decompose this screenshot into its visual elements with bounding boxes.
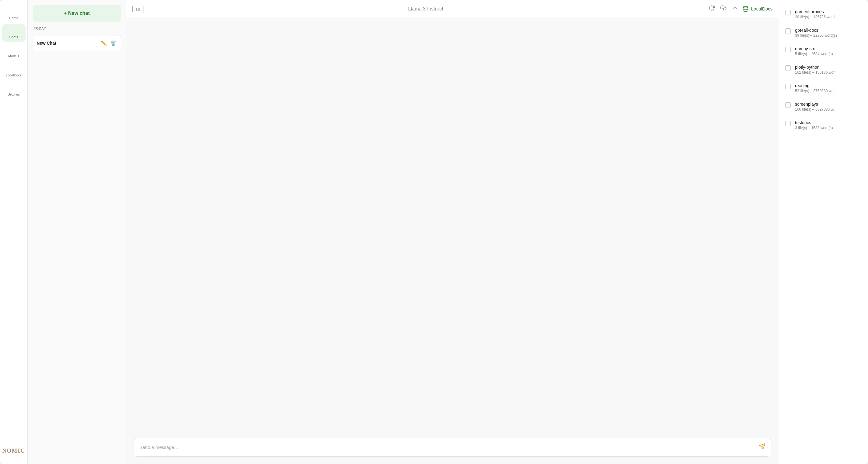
localdocs-item[interactable]: numpy-src 5 file(s) – 2684 word(s): [779, 42, 868, 60]
send-icon: [759, 443, 766, 450]
expand-button[interactable]: [731, 4, 739, 13]
localdocs-checkbox[interactable]: [785, 102, 791, 108]
app-window: Home Chats Models: [0, 0, 868, 464]
message-input[interactable]: [140, 444, 755, 450]
localdocs-item-meta: 39 file(s) – 22250 word(s): [795, 33, 862, 37]
localdocs-item-meta: 20 file(s) – 135726 word...: [795, 15, 862, 19]
upload-button[interactable]: [720, 4, 727, 13]
models-label: Models: [8, 54, 19, 58]
localdocs-header-label: LocalDocs: [751, 6, 773, 11]
localdocs-item[interactable]: gpt4all-docs 39 file(s) – 22250 word(s): [779, 23, 868, 42]
svg-point-8: [743, 6, 748, 8]
message-input-wrapper: [133, 438, 771, 457]
localdocs-item-name: reading: [795, 83, 862, 88]
sidebar-item-models[interactable]: Models: [2, 43, 26, 61]
sidebar-toggle-button[interactable]: ▥: [132, 5, 144, 13]
localdocs-checkbox[interactable]: [785, 10, 791, 16]
nav-sidebar: Home Chats Models: [0, 0, 28, 464]
localdocs-info: gpt4all-docs 39 file(s) – 22250 word(s): [795, 28, 862, 37]
send-button[interactable]: [759, 443, 766, 452]
chat-list: New Chat ✏️ 🗑️: [33, 35, 121, 51]
chat-panel: + New chat TODAY New Chat ✏️ 🗑️: [28, 0, 126, 464]
localdocs-item[interactable]: testdocs 3 file(s) – 1588 word(s): [779, 116, 868, 134]
today-section-label: TODAY: [33, 27, 121, 30]
localdocs-button[interactable]: LocalDocs: [742, 6, 773, 12]
sidebar-item-settings[interactable]: Settings: [2, 81, 26, 99]
message-input-container: [126, 433, 779, 464]
localdocs-nav-label: LocalDocs: [6, 73, 22, 77]
localdocs-checkbox[interactable]: [785, 121, 791, 126]
sidebar-item-localdocs[interactable]: LocalDocs: [2, 62, 26, 80]
localdocs-item-name: gameofthrones: [795, 9, 862, 14]
localdocs-panel: gameofthrones 20 file(s) – 135726 word..…: [779, 0, 868, 464]
localdocs-info: plotly-python 162 file(s) – 156186 wor..…: [795, 65, 862, 75]
upload-icon: [720, 5, 726, 11]
localdocs-item-name: gpt4all-docs: [795, 28, 862, 33]
localdocs-item[interactable]: screenplays 160 file(s) – 3827886 w...: [779, 97, 868, 116]
localdocs-info: numpy-src 5 file(s) – 2684 word(s): [795, 46, 862, 56]
localdocs-info: screenplays 160 file(s) – 3827886 w...: [795, 102, 862, 112]
localdocs-info: reading 52 file(s) – 3760380 wor...: [795, 83, 862, 93]
settings-label: Settings: [8, 92, 20, 96]
new-chat-button[interactable]: + New chat: [33, 5, 121, 22]
localdocs-item-name: screenplays: [795, 102, 862, 107]
localdocs-checkbox[interactable]: [785, 84, 791, 89]
localdocs-item-name: plotly-python: [795, 65, 862, 69]
nomic-logo: NOMIC: [0, 443, 30, 459]
localdocs-item-meta: 5 file(s) – 2684 word(s): [795, 52, 862, 56]
model-name-label: Llama 3 Instruct: [147, 6, 704, 12]
localdocs-info: testdocs 3 file(s) – 1588 word(s): [795, 120, 862, 130]
sidebar-item-home[interactable]: Home: [2, 5, 26, 23]
localdocs-checkbox[interactable]: [785, 28, 791, 34]
localdocs-item[interactable]: reading 52 file(s) – 3760380 wor...: [779, 79, 868, 97]
localdocs-item-meta: 3 file(s) – 1588 word(s): [795, 126, 862, 130]
chat-actions: ✏️ 🗑️: [100, 40, 117, 47]
localdocs-header-icon: [742, 6, 749, 12]
chat-content: [126, 18, 779, 433]
sidebar-toggle-icon: ▥: [136, 6, 140, 11]
chats-label: Chats: [9, 35, 18, 39]
home-label: Home: [9, 16, 18, 20]
localdocs-item-meta: 162 file(s) – 156186 wor...: [795, 70, 862, 75]
localdocs-item-name: numpy-src: [795, 46, 862, 51]
toolbar: ▥ Llama 3 Instruct: [126, 0, 779, 18]
sidebar-item-chats[interactable]: Chats: [2, 24, 26, 42]
chat-item-name: New Chat: [37, 41, 56, 46]
refresh-icon: [709, 5, 715, 11]
localdocs-info: gameofthrones 20 file(s) – 135726 word..…: [795, 9, 862, 19]
expand-icon: [732, 5, 738, 11]
chat-list-item[interactable]: New Chat ✏️ 🗑️: [33, 35, 121, 51]
localdocs-checkbox[interactable]: [785, 47, 791, 52]
localdocs-item-meta: 52 file(s) – 3760380 wor...: [795, 89, 862, 93]
edit-chat-button[interactable]: ✏️: [100, 40, 107, 47]
refresh-button[interactable]: [708, 4, 715, 13]
toolbar-icons: [708, 4, 739, 13]
localdocs-checkbox[interactable]: [785, 65, 791, 71]
localdocs-item-meta: 160 file(s) – 3827886 w...: [795, 107, 862, 112]
localdocs-item-name: testdocs: [795, 120, 862, 125]
main-area: ▥ Llama 3 Instruct: [126, 0, 779, 464]
delete-chat-button[interactable]: 🗑️: [110, 40, 117, 47]
localdocs-item[interactable]: gameofthrones 20 file(s) – 135726 word..…: [779, 5, 868, 23]
localdocs-item[interactable]: plotly-python 162 file(s) – 156186 wor..…: [779, 60, 868, 79]
